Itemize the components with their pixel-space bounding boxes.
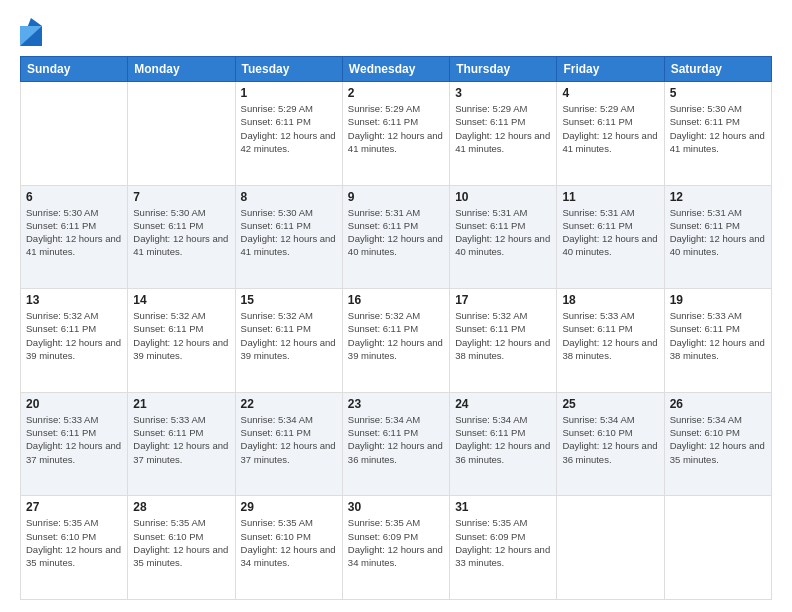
day-info: Sunrise: 5:32 AM Sunset: 6:11 PM Dayligh…: [133, 309, 229, 362]
day-info: Sunrise: 5:32 AM Sunset: 6:11 PM Dayligh…: [26, 309, 122, 362]
day-number: 27: [26, 500, 122, 514]
day-number: 24: [455, 397, 551, 411]
day-number: 23: [348, 397, 444, 411]
day-info: Sunrise: 5:33 AM Sunset: 6:11 PM Dayligh…: [133, 413, 229, 466]
day-info: Sunrise: 5:32 AM Sunset: 6:11 PM Dayligh…: [348, 309, 444, 362]
page: SundayMondayTuesdayWednesdayThursdayFrid…: [0, 0, 792, 612]
weekday-header: Saturday: [664, 57, 771, 82]
calendar-cell: 7Sunrise: 5:30 AM Sunset: 6:11 PM Daylig…: [128, 185, 235, 289]
day-info: Sunrise: 5:34 AM Sunset: 6:10 PM Dayligh…: [670, 413, 766, 466]
calendar-cell: 18Sunrise: 5:33 AM Sunset: 6:11 PM Dayli…: [557, 289, 664, 393]
day-info: Sunrise: 5:30 AM Sunset: 6:11 PM Dayligh…: [133, 206, 229, 259]
day-info: Sunrise: 5:35 AM Sunset: 6:09 PM Dayligh…: [455, 516, 551, 569]
calendar-cell: 14Sunrise: 5:32 AM Sunset: 6:11 PM Dayli…: [128, 289, 235, 393]
calendar-table: SundayMondayTuesdayWednesdayThursdayFrid…: [20, 56, 772, 600]
calendar-cell: 11Sunrise: 5:31 AM Sunset: 6:11 PM Dayli…: [557, 185, 664, 289]
day-number: 25: [562, 397, 658, 411]
calendar-cell: 20Sunrise: 5:33 AM Sunset: 6:11 PM Dayli…: [21, 392, 128, 496]
weekday-header: Thursday: [450, 57, 557, 82]
day-number: 19: [670, 293, 766, 307]
day-info: Sunrise: 5:29 AM Sunset: 6:11 PM Dayligh…: [455, 102, 551, 155]
calendar-cell: 31Sunrise: 5:35 AM Sunset: 6:09 PM Dayli…: [450, 496, 557, 600]
calendar-cell: 25Sunrise: 5:34 AM Sunset: 6:10 PM Dayli…: [557, 392, 664, 496]
calendar-cell: 28Sunrise: 5:35 AM Sunset: 6:10 PM Dayli…: [128, 496, 235, 600]
day-number: 2: [348, 86, 444, 100]
day-info: Sunrise: 5:35 AM Sunset: 6:10 PM Dayligh…: [26, 516, 122, 569]
calendar-week-row: 1Sunrise: 5:29 AM Sunset: 6:11 PM Daylig…: [21, 82, 772, 186]
day-number: 14: [133, 293, 229, 307]
day-info: Sunrise: 5:29 AM Sunset: 6:11 PM Dayligh…: [241, 102, 337, 155]
day-info: Sunrise: 5:29 AM Sunset: 6:11 PM Dayligh…: [562, 102, 658, 155]
day-number: 21: [133, 397, 229, 411]
day-info: Sunrise: 5:33 AM Sunset: 6:11 PM Dayligh…: [26, 413, 122, 466]
calendar-cell: 13Sunrise: 5:32 AM Sunset: 6:11 PM Dayli…: [21, 289, 128, 393]
day-number: 1: [241, 86, 337, 100]
day-info: Sunrise: 5:29 AM Sunset: 6:11 PM Dayligh…: [348, 102, 444, 155]
day-number: 18: [562, 293, 658, 307]
calendar-cell: 17Sunrise: 5:32 AM Sunset: 6:11 PM Dayli…: [450, 289, 557, 393]
day-number: 16: [348, 293, 444, 307]
day-number: 12: [670, 190, 766, 204]
day-info: Sunrise: 5:33 AM Sunset: 6:11 PM Dayligh…: [670, 309, 766, 362]
weekday-header: Tuesday: [235, 57, 342, 82]
day-info: Sunrise: 5:32 AM Sunset: 6:11 PM Dayligh…: [241, 309, 337, 362]
day-info: Sunrise: 5:30 AM Sunset: 6:11 PM Dayligh…: [26, 206, 122, 259]
calendar-cell: 4Sunrise: 5:29 AM Sunset: 6:11 PM Daylig…: [557, 82, 664, 186]
calendar-cell: [128, 82, 235, 186]
header: [20, 18, 772, 46]
calendar-cell: 30Sunrise: 5:35 AM Sunset: 6:09 PM Dayli…: [342, 496, 449, 600]
day-number: 9: [348, 190, 444, 204]
day-number: 31: [455, 500, 551, 514]
day-number: 11: [562, 190, 658, 204]
day-number: 8: [241, 190, 337, 204]
calendar-cell: 16Sunrise: 5:32 AM Sunset: 6:11 PM Dayli…: [342, 289, 449, 393]
calendar-cell: 3Sunrise: 5:29 AM Sunset: 6:11 PM Daylig…: [450, 82, 557, 186]
calendar-cell: 1Sunrise: 5:29 AM Sunset: 6:11 PM Daylig…: [235, 82, 342, 186]
day-info: Sunrise: 5:32 AM Sunset: 6:11 PM Dayligh…: [455, 309, 551, 362]
day-number: 13: [26, 293, 122, 307]
weekday-header: Monday: [128, 57, 235, 82]
day-info: Sunrise: 5:30 AM Sunset: 6:11 PM Dayligh…: [241, 206, 337, 259]
day-info: Sunrise: 5:34 AM Sunset: 6:11 PM Dayligh…: [455, 413, 551, 466]
calendar-cell: 9Sunrise: 5:31 AM Sunset: 6:11 PM Daylig…: [342, 185, 449, 289]
weekday-header: Friday: [557, 57, 664, 82]
calendar-header-row: SundayMondayTuesdayWednesdayThursdayFrid…: [21, 57, 772, 82]
calendar-cell: 21Sunrise: 5:33 AM Sunset: 6:11 PM Dayli…: [128, 392, 235, 496]
calendar-cell: [21, 82, 128, 186]
calendar-cell: 23Sunrise: 5:34 AM Sunset: 6:11 PM Dayli…: [342, 392, 449, 496]
calendar-cell: 12Sunrise: 5:31 AM Sunset: 6:11 PM Dayli…: [664, 185, 771, 289]
calendar-cell: 10Sunrise: 5:31 AM Sunset: 6:11 PM Dayli…: [450, 185, 557, 289]
day-info: Sunrise: 5:34 AM Sunset: 6:11 PM Dayligh…: [348, 413, 444, 466]
day-number: 20: [26, 397, 122, 411]
day-number: 26: [670, 397, 766, 411]
logo-icon: [20, 18, 42, 46]
day-number: 10: [455, 190, 551, 204]
calendar-cell: 24Sunrise: 5:34 AM Sunset: 6:11 PM Dayli…: [450, 392, 557, 496]
day-number: 17: [455, 293, 551, 307]
day-info: Sunrise: 5:31 AM Sunset: 6:11 PM Dayligh…: [562, 206, 658, 259]
calendar-cell: [557, 496, 664, 600]
day-number: 4: [562, 86, 658, 100]
calendar-cell: 19Sunrise: 5:33 AM Sunset: 6:11 PM Dayli…: [664, 289, 771, 393]
weekday-header: Sunday: [21, 57, 128, 82]
calendar-cell: 29Sunrise: 5:35 AM Sunset: 6:10 PM Dayli…: [235, 496, 342, 600]
logo: [20, 18, 45, 46]
calendar-week-row: 27Sunrise: 5:35 AM Sunset: 6:10 PM Dayli…: [21, 496, 772, 600]
day-info: Sunrise: 5:34 AM Sunset: 6:10 PM Dayligh…: [562, 413, 658, 466]
day-number: 28: [133, 500, 229, 514]
day-info: Sunrise: 5:31 AM Sunset: 6:11 PM Dayligh…: [348, 206, 444, 259]
day-number: 7: [133, 190, 229, 204]
calendar-week-row: 6Sunrise: 5:30 AM Sunset: 6:11 PM Daylig…: [21, 185, 772, 289]
calendar-cell: 6Sunrise: 5:30 AM Sunset: 6:11 PM Daylig…: [21, 185, 128, 289]
day-info: Sunrise: 5:33 AM Sunset: 6:11 PM Dayligh…: [562, 309, 658, 362]
calendar-week-row: 13Sunrise: 5:32 AM Sunset: 6:11 PM Dayli…: [21, 289, 772, 393]
day-info: Sunrise: 5:35 AM Sunset: 6:10 PM Dayligh…: [133, 516, 229, 569]
day-info: Sunrise: 5:31 AM Sunset: 6:11 PM Dayligh…: [455, 206, 551, 259]
day-number: 22: [241, 397, 337, 411]
calendar-week-row: 20Sunrise: 5:33 AM Sunset: 6:11 PM Dayli…: [21, 392, 772, 496]
calendar-cell: 22Sunrise: 5:34 AM Sunset: 6:11 PM Dayli…: [235, 392, 342, 496]
day-info: Sunrise: 5:30 AM Sunset: 6:11 PM Dayligh…: [670, 102, 766, 155]
day-number: 15: [241, 293, 337, 307]
day-number: 29: [241, 500, 337, 514]
day-info: Sunrise: 5:35 AM Sunset: 6:10 PM Dayligh…: [241, 516, 337, 569]
